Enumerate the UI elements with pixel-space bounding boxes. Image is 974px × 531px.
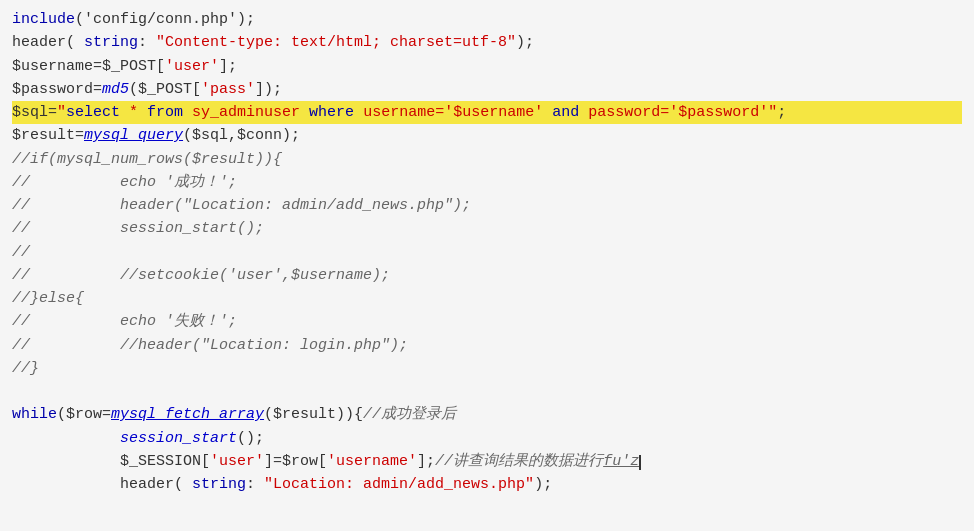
code-line-1: include('config/conn.php'); [12,8,962,31]
code-line-10: // session_start(); [12,217,962,240]
code-line-13: //}else{ [12,287,962,310]
code-line-5-highlighted: $sql="select * from sy_adminuser where u… [12,101,962,124]
code-line-18: while($row=mysql_fetch_array($result)){/… [12,403,962,426]
code-line-7: //if(mysql_num_rows($result)){ [12,148,962,171]
code-line-4: $password=md5($_POST['pass']); [12,78,962,101]
code-line-14: // echo '失败！'; [12,310,962,333]
code-line-empty [12,380,962,403]
code-line-2: header( string: "Content-type: text/html… [12,31,962,54]
text-cursor [639,455,641,470]
code-line-15: // //header("Location: login.php"); [12,334,962,357]
code-editor: include('config/conn.php'); header( stri… [0,0,974,531]
code-line-8: // echo '成功！'; [12,171,962,194]
code-line-19: session_start(); [12,427,962,450]
code-line-6: $result=mysql_query($sql,$conn); [12,124,962,147]
code-line-11: // [12,241,962,264]
code-line-21: header( string: "Location: admin/add_new… [12,473,962,496]
code-line-16: //} [12,357,962,380]
code-line-12: // //setcookie('user',$username); [12,264,962,287]
code-line-3: $username=$_POST['user']; [12,55,962,78]
code-line-20: $_SESSION['user']=$row['username'];//讲查询… [12,450,962,473]
code-line-9: // header("Location: admin/add_news.php"… [12,194,962,217]
